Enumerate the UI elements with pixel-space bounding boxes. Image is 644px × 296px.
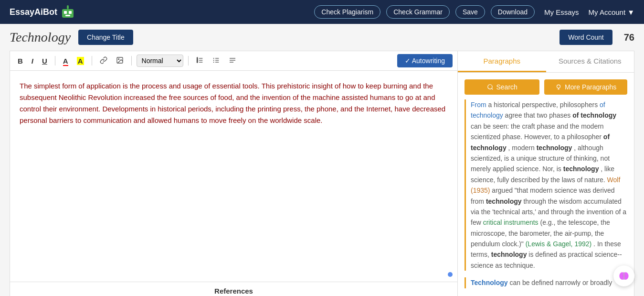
svg-line-24: [491, 88, 493, 90]
logo-text: EssayAiBot: [10, 7, 57, 17]
link-button[interactable]: [97, 55, 110, 67]
save-button[interactable]: Save: [455, 5, 485, 19]
my-essays-link[interactable]: My Essays: [540, 6, 583, 19]
word-count-number: 76: [624, 32, 634, 43]
image-button[interactable]: [113, 55, 127, 67]
download-button[interactable]: Download: [491, 5, 535, 19]
more-paragraphs-button[interactable]: More Paragraphs: [544, 79, 627, 95]
paragraph-suggestion-2: Technology can be defined narrowly or br…: [465, 277, 627, 288]
editor-body[interactable]: The simplest form of application is the …: [10, 71, 457, 282]
svg-point-18: [213, 60, 214, 61]
editor-toolbar: B I U A A: [10, 51, 457, 71]
paragraph-suggestion-1: From a historical perspective, philosoph…: [465, 99, 627, 271]
brain-icon-button[interactable]: [613, 265, 634, 286]
cursor-dot: [448, 272, 453, 277]
logo-area: EssayAiBot: [10, 4, 75, 20]
check-grammar-button[interactable]: Check Grammar: [386, 5, 450, 19]
svg-rect-2: [69, 11, 72, 14]
underline-button[interactable]: U: [39, 55, 50, 66]
document-title: Technology: [10, 30, 71, 45]
search-button[interactable]: Search: [465, 79, 539, 95]
svg-rect-0: [62, 9, 74, 18]
my-account-label: My Account: [589, 8, 626, 16]
toolbar-separator-3: [131, 56, 132, 66]
svg-text:3: 3: [197, 60, 198, 63]
highlight-button[interactable]: A: [74, 55, 87, 66]
svg-point-5: [67, 5, 69, 7]
align-button[interactable]: [226, 55, 239, 67]
bold-button[interactable]: B: [15, 55, 26, 66]
svg-rect-1: [64, 11, 67, 14]
svg-point-17: [213, 58, 214, 59]
editor-panel: B I U A A: [10, 51, 458, 296]
unordered-list-button[interactable]: [210, 55, 223, 67]
italic-button[interactable]: I: [29, 55, 36, 66]
toolbar-separator-2: [92, 56, 92, 66]
change-title-button[interactable]: Change Title: [78, 30, 133, 45]
header: EssayAiBot Check Plagiarism Check Gramma…: [0, 0, 644, 24]
svg-point-7: [118, 58, 119, 59]
title-bar: Technology Change Title Word Count 76: [0, 24, 644, 51]
right-panel: Paragraphs Sources & Citations Search: [458, 51, 634, 296]
brain-icon: [617, 269, 631, 283]
font-color-button[interactable]: A: [60, 55, 71, 66]
right-panel-actions: Search More Paragraphs: [458, 73, 634, 99]
check-plagiarism-button[interactable]: Check Plagiarism: [314, 5, 380, 19]
main-content: B I U A A: [0, 51, 644, 296]
robot-icon: [60, 4, 75, 20]
chevron-down-icon: ▼: [627, 8, 634, 16]
svg-rect-3: [65, 15, 70, 16]
toolbar-separator-1: [55, 56, 55, 66]
bulb-icon: [555, 84, 562, 90]
svg-point-19: [213, 62, 214, 63]
toolbar-separator-4: [188, 56, 189, 66]
svg-rect-30: [623, 272, 625, 280]
references-bar: References: [10, 282, 457, 296]
my-account-menu[interactable]: My Account ▼: [589, 8, 634, 16]
format-select[interactable]: Normal Heading 1 Heading 2: [137, 55, 183, 67]
word-count-button[interactable]: Word Count: [560, 30, 612, 45]
right-panel-content: From a historical perspective, philosoph…: [458, 99, 634, 296]
right-tabs: Paragraphs Sources & Citations: [458, 51, 634, 73]
svg-point-25: [557, 85, 560, 88]
ordered-list-button[interactable]: 1 2 3: [193, 55, 207, 67]
search-icon: [487, 84, 494, 90]
tab-sources-citations[interactable]: Sources & Citations: [546, 51, 634, 72]
references-label: References: [214, 287, 253, 295]
editor-content[interactable]: The simplest form of application is the …: [20, 80, 448, 126]
tab-paragraphs[interactable]: Paragraphs: [458, 51, 546, 72]
autowriting-button[interactable]: ✓ Autowriting: [397, 54, 453, 67]
svg-point-23: [487, 85, 492, 89]
